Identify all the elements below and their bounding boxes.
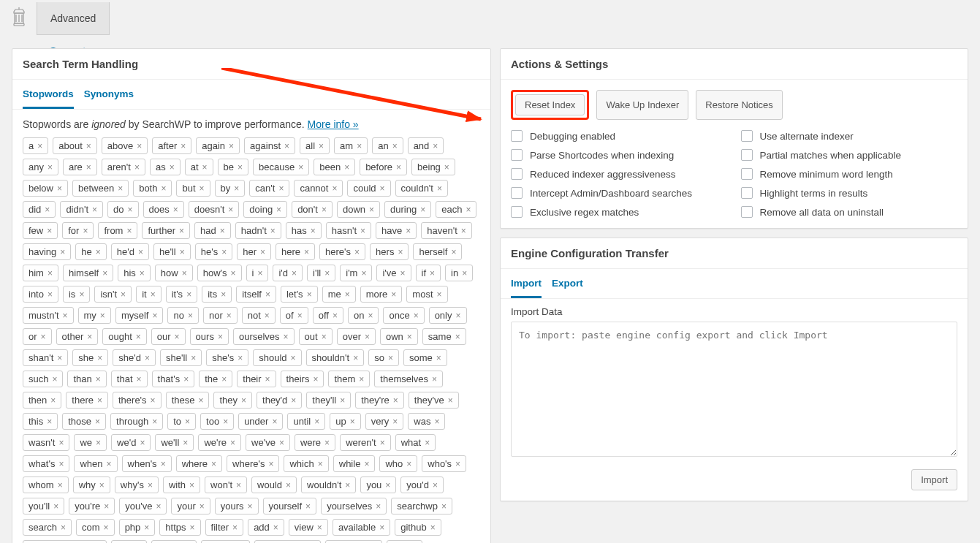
- remove-tag-icon[interactable]: ×: [104, 523, 109, 532]
- remove-tag-icon[interactable]: ×: [47, 227, 52, 235]
- remove-tag-icon[interactable]: ×: [156, 502, 161, 511]
- remove-tag-icon[interactable]: ×: [96, 375, 101, 384]
- remove-tag-icon[interactable]: ×: [100, 311, 105, 320]
- remove-tag-icon[interactable]: ×: [360, 227, 365, 235]
- remove-tag-icon[interactable]: ×: [126, 227, 132, 235]
- remove-tag-icon[interactable]: ×: [189, 481, 194, 490]
- remove-tag-icon[interactable]: ×: [238, 354, 243, 362]
- checkbox[interactable]: [741, 130, 753, 142]
- remove-tag-icon[interactable]: ×: [391, 290, 396, 299]
- remove-tag-icon[interactable]: ×: [57, 354, 62, 362]
- restore-notices-button[interactable]: Restore Notices: [696, 90, 782, 120]
- remove-tag-icon[interactable]: ×: [322, 205, 327, 214]
- remove-tag-icon[interactable]: ×: [314, 417, 319, 426]
- checkbox[interactable]: [511, 168, 523, 180]
- remove-tag-icon[interactable]: ×: [186, 290, 191, 299]
- remove-tag-icon[interactable]: ×: [344, 163, 349, 172]
- remove-tag-icon[interactable]: ×: [175, 333, 180, 341]
- remove-tag-icon[interactable]: ×: [260, 248, 265, 257]
- remove-tag-icon[interactable]: ×: [398, 248, 403, 257]
- remove-tag-icon[interactable]: ×: [152, 311, 157, 320]
- engine-tab-export[interactable]: Export: [552, 273, 583, 298]
- remove-tag-icon[interactable]: ×: [211, 460, 216, 468]
- remove-tag-icon[interactable]: ×: [388, 354, 393, 362]
- checkbox[interactable]: [741, 168, 753, 180]
- remove-tag-icon[interactable]: ×: [221, 248, 227, 257]
- reset-index-button[interactable]: Reset Index: [515, 94, 585, 115]
- remove-tag-icon[interactable]: ×: [236, 481, 241, 490]
- remove-tag-icon[interactable]: ×: [448, 396, 453, 405]
- remove-tag-icon[interactable]: ×: [37, 142, 42, 151]
- remove-tag-icon[interactable]: ×: [284, 142, 289, 151]
- remove-tag-icon[interactable]: ×: [218, 333, 223, 341]
- remove-tag-icon[interactable]: ×: [86, 142, 91, 151]
- remove-tag-icon[interactable]: ×: [292, 269, 297, 278]
- remove-tag-icon[interactable]: ×: [318, 460, 323, 468]
- remove-tag-icon[interactable]: ×: [273, 523, 278, 532]
- more-info-link[interactable]: More info »: [308, 118, 359, 130]
- import-button[interactable]: Import: [911, 469, 957, 490]
- remove-tag-icon[interactable]: ×: [58, 481, 63, 490]
- remove-tag-icon[interactable]: ×: [298, 163, 303, 172]
- checkbox[interactable]: [741, 206, 753, 218]
- remove-tag-icon[interactable]: ×: [48, 269, 53, 278]
- remove-tag-icon[interactable]: ×: [181, 142, 186, 151]
- remove-tag-icon[interactable]: ×: [140, 438, 145, 447]
- remove-tag-icon[interactable]: ×: [392, 417, 398, 426]
- remove-tag-icon[interactable]: ×: [148, 481, 153, 490]
- remove-tag-icon[interactable]: ×: [230, 438, 235, 447]
- remove-tag-icon[interactable]: ×: [407, 333, 412, 341]
- remove-tag-icon[interactable]: ×: [41, 333, 46, 341]
- remove-tag-icon[interactable]: ×: [276, 205, 281, 214]
- remove-tag-icon[interactable]: ×: [456, 311, 461, 320]
- remove-tag-icon[interactable]: ×: [182, 269, 187, 278]
- remove-tag-icon[interactable]: ×: [364, 460, 369, 468]
- remove-tag-icon[interactable]: ×: [265, 290, 270, 299]
- remove-tag-icon[interactable]: ×: [60, 248, 65, 257]
- remove-tag-icon[interactable]: ×: [136, 333, 141, 341]
- remove-tag-icon[interactable]: ×: [151, 396, 156, 405]
- remove-tag-icon[interactable]: ×: [180, 248, 185, 257]
- remove-tag-icon[interactable]: ×: [385, 481, 390, 490]
- remove-tag-icon[interactable]: ×: [437, 184, 442, 193]
- remove-tag-icon[interactable]: ×: [379, 523, 384, 532]
- remove-tag-icon[interactable]: ×: [79, 290, 84, 299]
- remove-tag-icon[interactable]: ×: [354, 248, 360, 257]
- remove-tag-icon[interactable]: ×: [137, 375, 142, 384]
- checkbox[interactable]: [511, 206, 523, 218]
- remove-tag-icon[interactable]: ×: [430, 523, 436, 532]
- remove-tag-icon[interactable]: ×: [229, 142, 234, 151]
- remove-tag-icon[interactable]: ×: [231, 269, 236, 278]
- remove-tag-icon[interactable]: ×: [437, 290, 442, 299]
- remove-tag-icon[interactable]: ×: [272, 417, 277, 426]
- remove-tag-icon[interactable]: ×: [50, 396, 56, 405]
- remove-tag-icon[interactable]: ×: [444, 163, 449, 172]
- remove-tag-icon[interactable]: ×: [92, 205, 97, 214]
- remove-tag-icon[interactable]: ×: [151, 290, 156, 299]
- remove-tag-icon[interactable]: ×: [179, 227, 184, 235]
- remove-tag-icon[interactable]: ×: [307, 290, 312, 299]
- remove-tag-icon[interactable]: ×: [200, 502, 205, 511]
- remove-tag-icon[interactable]: ×: [361, 269, 366, 278]
- remove-tag-icon[interactable]: ×: [200, 184, 205, 193]
- remove-tag-icon[interactable]: ×: [183, 438, 188, 447]
- remove-tag-icon[interactable]: ×: [376, 502, 381, 511]
- remove-tag-icon[interactable]: ×: [185, 417, 190, 426]
- remove-tag-icon[interactable]: ×: [152, 417, 157, 426]
- remove-tag-icon[interactable]: ×: [198, 396, 203, 405]
- remove-tag-icon[interactable]: ×: [53, 502, 58, 511]
- remove-tag-icon[interactable]: ×: [191, 354, 196, 362]
- remove-tag-icon[interactable]: ×: [238, 163, 243, 172]
- remove-tag-icon[interactable]: ×: [95, 417, 100, 426]
- remove-tag-icon[interactable]: ×: [86, 163, 91, 172]
- remove-tag-icon[interactable]: ×: [128, 205, 133, 214]
- remove-tag-icon[interactable]: ×: [304, 248, 309, 257]
- remove-tag-icon[interactable]: ×: [170, 163, 175, 172]
- remove-tag-icon[interactable]: ×: [353, 354, 358, 362]
- remove-tag-icon[interactable]: ×: [87, 333, 92, 341]
- checkbox[interactable]: [511, 149, 523, 161]
- remove-tag-icon[interactable]: ×: [144, 523, 149, 532]
- remove-tag-icon[interactable]: ×: [63, 311, 68, 320]
- remove-tag-icon[interactable]: ×: [234, 184, 239, 193]
- remove-tag-icon[interactable]: ×: [173, 205, 178, 214]
